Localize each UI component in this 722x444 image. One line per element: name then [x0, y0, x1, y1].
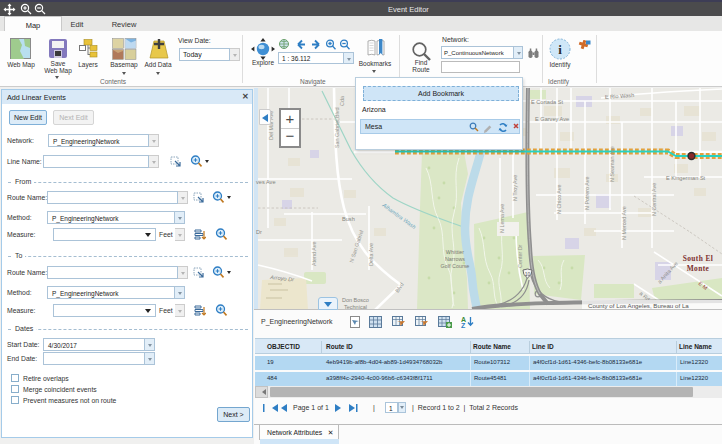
svg-text:County of Los Angeles, Bureau: County of Los Angeles, Bureau of La [588, 302, 689, 309]
svg-text:N Lema Ave: N Lema Ave [499, 204, 505, 233]
svg-text:N Chico Ave: N Chico Ave [556, 184, 562, 214]
svg-text:Z: Z [461, 322, 466, 328]
svg-text:Monte: Monte [687, 264, 710, 273]
svg-text:Golf Course: Golf Course [441, 263, 470, 269]
svg-text:Center Dr: Center Dr [517, 244, 523, 268]
svg-text:Narrows: Narrows [445, 256, 465, 262]
svg-text:Bush: Bush [342, 216, 355, 222]
svg-text:N Merced Ave: N Merced Ave [621, 206, 627, 240]
svg-text:N Troy Ave: N Troy Ave [512, 175, 518, 201]
svg-text:i: i [558, 42, 562, 57]
svg-text:N Central Ave: N Central Ave [651, 183, 657, 216]
svg-text:10: 10 [525, 271, 531, 277]
svg-text:E Kingerman St: E Kingerman St [666, 175, 706, 181]
svg-text:E Garvey Ave: E Garvey Ave [535, 116, 569, 122]
svg-text:E Cortada St: E Cortada St [531, 99, 563, 105]
svg-text:N Potrero Ave: N Potrero Ave [584, 177, 590, 210]
svg-text:Whittier: Whittier [446, 249, 464, 255]
svg-text:Dr: Dr [256, 229, 262, 235]
svg-text:Don Bosco: Don Bosco [342, 297, 369, 303]
svg-text:Atend Ave: Atend Ave [311, 242, 317, 266]
svg-text:N Seaman Ave: N Seaman Ave [609, 146, 615, 182]
svg-text:Cda: Cda [339, 96, 345, 106]
svg-text:ves Ave: ves Ave [256, 179, 276, 185]
svg-text:South El: South El [683, 254, 714, 263]
svg-text:Delta Ave: Delta Ave [368, 243, 374, 266]
svg-text:San Gabriel Blvd: San Gabriel Blvd [334, 108, 340, 148]
